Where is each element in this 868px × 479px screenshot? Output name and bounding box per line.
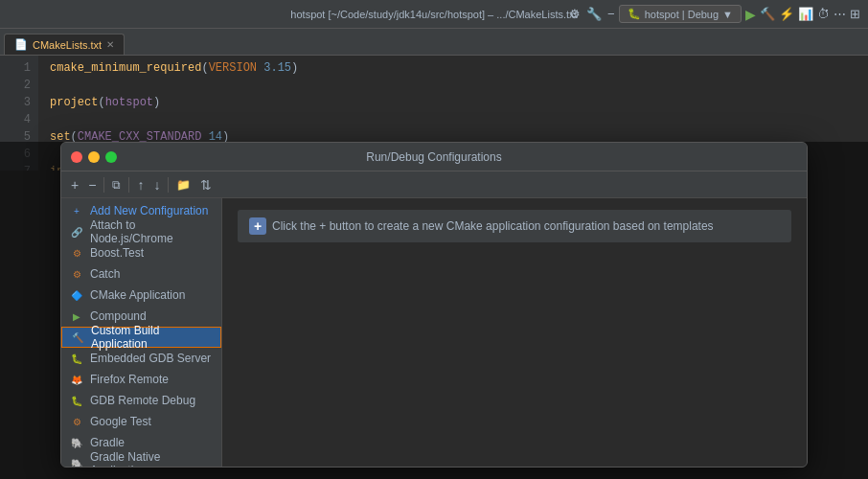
gradle-icon: 🐘 bbox=[69, 435, 84, 450]
cmake-tab-label: CMakeLists.txt bbox=[33, 39, 102, 51]
add-new-label: Add New Configuration bbox=[90, 204, 208, 217]
cmake-app-icon: 🔷 bbox=[69, 287, 84, 303]
config-panel: + Click the + button to create a new CMa… bbox=[222, 198, 807, 467]
list-item-google-test[interactable]: ⚙ Google Test bbox=[61, 411, 221, 432]
boost-test-icon: ⚙ bbox=[69, 245, 84, 261]
list-item-gdb-debug[interactable]: 🐛 GDB Remote Debug bbox=[61, 390, 221, 411]
run-config-button[interactable]: 🐛 hotspot | Debug ▼ bbox=[619, 5, 742, 23]
build-icon[interactable]: 🔨 bbox=[760, 7, 775, 21]
list-item-custom-build[interactable]: 🔨 Custom Build Application bbox=[61, 327, 221, 348]
dropdown-icon: ▼ bbox=[722, 9, 733, 20]
cmake-app-label: CMake Application bbox=[90, 288, 185, 302]
gdb-debug-icon: 🐛 bbox=[69, 393, 84, 408]
boost-test-label: Boost.Test bbox=[90, 246, 144, 260]
compound-icon: ▶ bbox=[69, 308, 84, 324]
modal-titlebar: Run/Debug Configurations bbox=[61, 143, 807, 171]
cmake-tab-icon: 📄 bbox=[14, 38, 28, 51]
embedded-gdb-label: Embedded GDB Server bbox=[90, 352, 211, 365]
move-down-button[interactable]: ↓ bbox=[149, 175, 164, 194]
modal-title: Run/Debug Configurations bbox=[366, 150, 501, 164]
folder-button[interactable]: 📁 bbox=[172, 176, 194, 194]
list-item-gradle-native[interactable]: 🐘 Gradle Native Application bbox=[61, 453, 221, 467]
coverage-icon[interactable]: 📊 bbox=[798, 7, 813, 21]
wrench-icon[interactable]: 🔧 bbox=[586, 7, 602, 21]
gradle-label: Gradle bbox=[90, 436, 125, 449]
list-item-cmake-app[interactable]: 🔷 CMake Application bbox=[61, 285, 221, 306]
catch-icon: ⚙ bbox=[69, 266, 84, 282]
top-icons: ⚙ 🔧 − bbox=[569, 7, 615, 21]
toolbar-separator-2 bbox=[128, 177, 129, 193]
profile-icon[interactable]: ⏱ bbox=[817, 7, 830, 21]
toolbar-separator-1 bbox=[103, 177, 104, 193]
settings-icon[interactable]: ⚙ bbox=[569, 7, 581, 21]
add-config-button[interactable]: + bbox=[67, 175, 82, 194]
google-test-icon: ⚙ bbox=[69, 414, 84, 429]
hint-bar: + Click the + button to create a new CMa… bbox=[238, 210, 791, 242]
hint-plus-icon: + bbox=[249, 217, 266, 235]
sort-button[interactable]: ⇅ bbox=[196, 175, 216, 194]
modal-toolbar: + − ⧉ ↑ ↓ 📁 ⇅ bbox=[61, 171, 807, 198]
add-icon: + bbox=[69, 203, 84, 218]
list-item-embedded-gdb[interactable]: 🐛 Embedded GDB Server bbox=[61, 348, 221, 369]
cmake-tab[interactable]: 📄 CMakeLists.txt ✕ bbox=[4, 34, 125, 55]
list-item-boost-test[interactable]: ⚙ Boost.Test bbox=[61, 242, 221, 263]
list-item-attach-node[interactable]: 🔗 Attach to Node.js/Chrome bbox=[61, 221, 221, 242]
google-test-label: Google Test bbox=[90, 415, 151, 428]
firefox-remote-label: Firefox Remote bbox=[90, 373, 169, 386]
list-item-firefox-remote[interactable]: 🦊 Firefox Remote bbox=[61, 369, 221, 390]
copy-config-button[interactable]: ⧉ bbox=[108, 176, 125, 194]
editor-tabs: 📄 CMakeLists.txt ✕ bbox=[0, 29, 868, 56]
minimize-button[interactable] bbox=[88, 151, 100, 163]
remove-config-button[interactable]: − bbox=[84, 175, 100, 194]
config-list: + Add New Configuration 🔗 Attach to Node… bbox=[61, 198, 222, 467]
top-bar-right: ⚙ 🔧 − 🐛 hotspot | Debug ▼ ▶ 🔨 ⚡ 📊 ⏱ ⋯ ⊞ bbox=[569, 5, 860, 23]
expand-icon[interactable]: ⊞ bbox=[850, 7, 860, 21]
top-bar: hotspot [~/Code/study/jdk14u/src/hotspot… bbox=[0, 0, 868, 29]
minus-icon[interactable]: − bbox=[607, 7, 615, 21]
attach-node-icon: 🔗 bbox=[69, 224, 84, 240]
custom-build-label: Custom Build Application bbox=[91, 324, 213, 351]
list-item-catch[interactable]: ⚙ Catch bbox=[61, 263, 221, 285]
custom-build-icon: 🔨 bbox=[70, 330, 85, 345]
modal-body: + Add New Configuration 🔗 Attach to Node… bbox=[61, 198, 807, 467]
run-green-icon[interactable]: ▶ bbox=[745, 7, 756, 22]
more-icon[interactable]: ⋯ bbox=[834, 7, 846, 21]
top-bar-title: hotspot [~/Code/study/jdk14u/src/hotspot… bbox=[290, 9, 577, 20]
catch-label: Catch bbox=[90, 267, 120, 281]
gdb-debug-label: GDB Remote Debug bbox=[90, 394, 195, 407]
hint-text: Click the + button to create a new CMake… bbox=[272, 219, 714, 233]
run-config-label: hotspot | Debug bbox=[645, 9, 719, 20]
attach-node-label: Attach to Node.js/Chrome bbox=[90, 218, 214, 245]
run-config-icon: 🐛 bbox=[628, 8, 641, 20]
traffic-lights bbox=[71, 151, 117, 163]
run-debug-modal: Run/Debug Configurations + − ⧉ ↑ ↓ 📁 ⇅ +… bbox=[60, 142, 808, 468]
debug-run-icon[interactable]: ⚡ bbox=[779, 7, 794, 21]
firefox-remote-icon: 🦊 bbox=[69, 372, 84, 387]
gradle-native-icon: 🐘 bbox=[69, 456, 84, 467]
cmake-tab-close[interactable]: ✕ bbox=[106, 39, 114, 50]
maximize-button[interactable] bbox=[105, 151, 117, 163]
compound-label: Compound bbox=[90, 309, 147, 323]
toolbar-separator-3 bbox=[168, 177, 169, 193]
move-up-button[interactable]: ↑ bbox=[133, 175, 148, 194]
modal-overlay: Run/Debug Configurations + − ⧉ ↑ ↓ 📁 ⇅ +… bbox=[0, 142, 868, 479]
close-button[interactable] bbox=[71, 151, 82, 163]
embedded-gdb-icon: 🐛 bbox=[69, 351, 84, 366]
gradle-native-label: Gradle Native Application bbox=[90, 450, 214, 467]
